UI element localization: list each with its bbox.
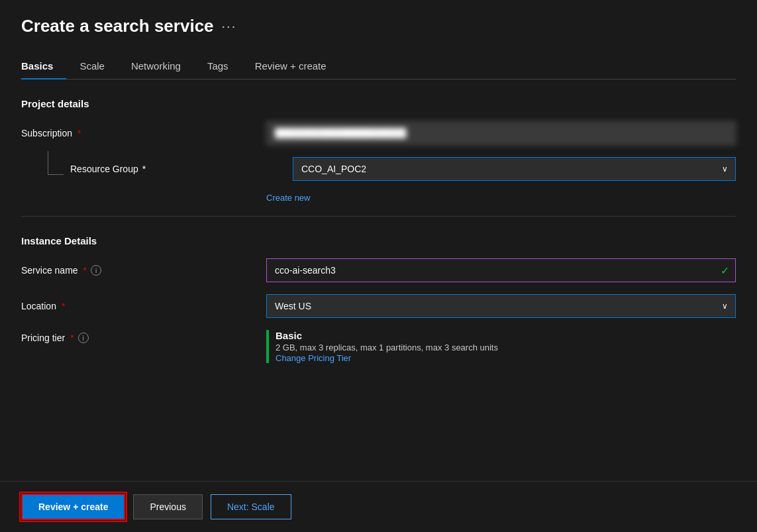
location-select-wrapper: West US ∨ bbox=[266, 294, 736, 318]
pricing-tier-name: Basic bbox=[276, 330, 736, 341]
review-create-button[interactable]: Review + create bbox=[21, 494, 125, 520]
create-new-link[interactable]: Create new bbox=[266, 193, 736, 203]
pricing-tier-box: Basic 2 GB, max 3 replicas, max 1 partit… bbox=[266, 330, 736, 363]
resource-group-control: CCO_AI_POC2 ∨ bbox=[293, 157, 736, 181]
service-name-input-wrapper: ✓ bbox=[266, 258, 736, 282]
instance-details-heading: Instance Details bbox=[21, 235, 736, 246]
resource-group-label: Resource Group bbox=[70, 164, 138, 174]
subscription-control bbox=[266, 121, 736, 145]
pricing-tier-bar-indicator bbox=[266, 330, 269, 363]
page-title: Create a search service bbox=[21, 16, 214, 36]
project-details-heading: Project details bbox=[21, 98, 736, 109]
resource-group-select-wrapper: CCO_AI_POC2 ∨ bbox=[293, 157, 736, 181]
tab-bar: Basics Scale Networking Tags Review + cr… bbox=[21, 55, 736, 80]
instance-details-section: Instance Details Service name * i ✓ Loca… bbox=[21, 235, 736, 375]
location-required: * bbox=[62, 301, 65, 311]
previous-button[interactable]: Previous bbox=[133, 494, 202, 519]
resource-group-label-wrapper: Resource Group * bbox=[70, 164, 266, 174]
location-row: Location * West US ∨ bbox=[21, 294, 736, 318]
location-select[interactable]: West US bbox=[266, 294, 736, 318]
next-scale-button[interactable]: Next: Scale bbox=[211, 494, 291, 519]
service-name-row: Service name * i ✓ bbox=[21, 258, 736, 282]
subscription-input[interactable] bbox=[266, 121, 736, 145]
pricing-tier-description: 2 GB, max 3 replicas, max 1 partitions, … bbox=[276, 343, 736, 352]
tab-tags[interactable]: Tags bbox=[207, 55, 242, 80]
tab-scale[interactable]: Scale bbox=[79, 55, 118, 80]
pricing-tier-row: Pricing tier * i Basic 2 GB, max 3 repli… bbox=[21, 330, 736, 363]
subscription-label: Subscription bbox=[21, 128, 72, 138]
service-name-label: Service name bbox=[21, 265, 78, 276]
tree-connector bbox=[48, 151, 64, 175]
pricing-tier-control: Basic 2 GB, max 3 replicas, max 1 partit… bbox=[266, 330, 736, 363]
location-control: West US ∨ bbox=[266, 294, 736, 318]
bottom-bar: Review + create Previous Next: Scale bbox=[0, 481, 757, 532]
resource-group-required: * bbox=[142, 164, 146, 174]
tab-review-create[interactable]: Review + create bbox=[255, 55, 340, 80]
service-name-control: ✓ bbox=[266, 258, 736, 282]
service-name-check-icon: ✓ bbox=[721, 264, 729, 277]
location-label: Location bbox=[21, 301, 56, 311]
pricing-tier-info-icon[interactable]: i bbox=[78, 333, 89, 343]
resource-group-select[interactable]: CCO_AI_POC2 bbox=[293, 157, 736, 181]
pricing-tier-label: Pricing tier bbox=[21, 333, 65, 343]
tab-basics[interactable]: Basics bbox=[21, 55, 66, 80]
change-pricing-tier-link[interactable]: Change Pricing Tier bbox=[276, 353, 351, 363]
pricing-tier-required: * bbox=[70, 333, 74, 343]
subscription-row: Subscription * bbox=[21, 121, 736, 145]
subscription-required: * bbox=[77, 128, 81, 138]
section-divider-1 bbox=[21, 216, 736, 217]
service-name-info-icon[interactable]: i bbox=[91, 265, 101, 276]
service-name-input[interactable] bbox=[266, 258, 736, 282]
ellipsis-menu-icon[interactable]: ··· bbox=[222, 19, 237, 34]
service-name-required: * bbox=[83, 265, 87, 276]
tab-networking[interactable]: Networking bbox=[131, 55, 194, 80]
resource-group-row: Resource Group * CCO_AI_POC2 ∨ bbox=[48, 157, 736, 181]
project-details-section: Project details Subscription * Resource … bbox=[21, 98, 736, 203]
